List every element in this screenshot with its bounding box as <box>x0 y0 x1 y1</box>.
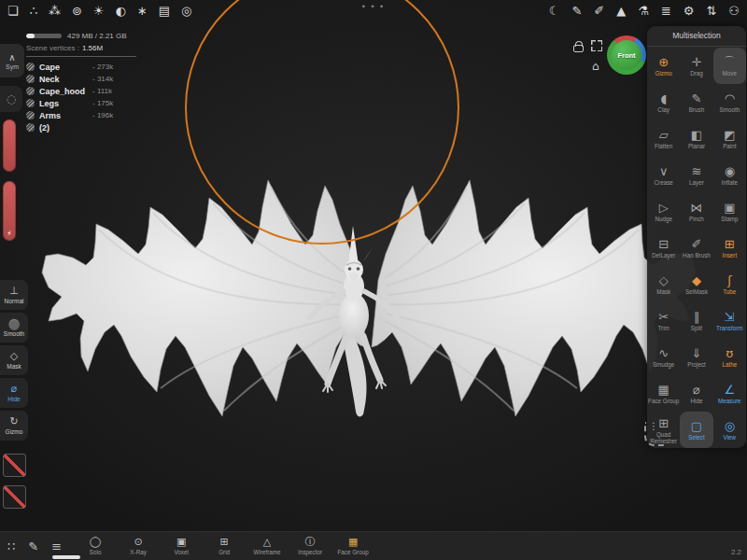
sliders-icon[interactable]: ⇅ <box>706 0 716 22</box>
facegroup-toggle[interactable]: ▦ Face Group <box>336 537 370 555</box>
more-options-dots[interactable]: • • • <box>362 0 385 13</box>
drag-dots-icon: ⋮ <box>649 422 658 431</box>
fullscreen-icon[interactable] <box>591 40 602 51</box>
tool-cell[interactable]: ⊕ Gizmo <box>647 48 680 84</box>
tool-cell[interactable]: ∿ Smudge <box>647 339 680 375</box>
solo-toggle[interactable]: ◯ Solo <box>78 537 112 555</box>
memory-text: 429 MB / 2.21 GB <box>67 32 127 40</box>
vertices-label: Scene vertices : <box>26 44 79 52</box>
falloff-button[interactable]: ◌ <box>0 86 22 112</box>
wireframe-toggle[interactable]: △ Wireframe <box>250 537 284 555</box>
tool-cell[interactable]: ◎ View <box>713 412 746 448</box>
tool-cell[interactable]: ▣ Stamp <box>713 193 746 230</box>
voxel-toggle[interactable]: ▣ Voxel <box>164 537 198 555</box>
background-image-icon[interactable]: ▤ <box>159 0 170 22</box>
layers-icon[interactable]: ≣ <box>661 0 671 22</box>
matcap-moon-icon[interactable]: ☾ <box>549 0 560 22</box>
grid-toggle[interactable]: ⊞ Grid <box>207 537 241 555</box>
memory-meter <box>26 34 62 38</box>
lighting-sun-icon[interactable]: ☀ <box>93 0 105 22</box>
left-tool-button[interactable]: ⊥ Normal <box>0 280 28 310</box>
environment-icon[interactable]: ⊚ <box>72 0 82 22</box>
tool-cell[interactable]: ◇ Mask <box>647 266 680 302</box>
material-sphere-icon[interactable]: ◐ <box>116 0 126 22</box>
scene-item[interactable]: Arms - 196k <box>26 109 136 121</box>
scene-item[interactable]: Neck - 314k <box>26 73 136 85</box>
collapsed-panel-indicator[interactable]: ⋮ <box>644 422 667 446</box>
objects-spheres-icon[interactable]: ⁂ <box>49 0 61 22</box>
scene-item[interactable]: (2) <box>26 121 136 133</box>
intensity-bolt-icon: ⚡ <box>3 230 16 238</box>
scene-item[interactable]: Legs - 175k <box>26 97 136 109</box>
tool-cell[interactable]: ⌒ Move <box>713 48 746 84</box>
tool-cell[interactable]: ∥ Split <box>680 302 712 339</box>
bottom-toolbar: ∷ ✎ ≡ ◯ Solo ⊙ X-Ray ▣ Voxe <box>0 531 747 560</box>
tool-cell[interactable]: ◩ Paint <box>713 120 746 157</box>
radius-slider[interactable] <box>3 119 16 172</box>
mesh-icon <box>26 99 35 107</box>
orientation-gizmo[interactable]: Front <box>607 35 646 75</box>
home-icon[interactable]: ⌂ <box>592 60 599 73</box>
tool-cell[interactable]: ▦ Face Group <box>647 375 680 412</box>
pencil-icon[interactable]: ✎ <box>28 539 38 553</box>
top-toolbar-left: ❏ ∴ ⁂ ⊚ ☀ ◐ ∗ ▤ ◎ <box>7 0 191 22</box>
camera-icon[interactable]: ◎ <box>181 0 191 22</box>
tool-cell[interactable]: ⇲ Transform <box>713 302 746 339</box>
left-tool-button[interactable]: ↻ Gizmo <box>0 411 28 441</box>
inspector-toggle[interactable]: ⓘ Inspector <box>293 537 327 555</box>
scene-graph-icon[interactable]: ∴ <box>30 0 37 22</box>
mesh-icon <box>26 123 35 132</box>
lab-flask-icon[interactable]: ⚗ <box>638 0 649 22</box>
tool-cell[interactable]: ⇓ Project <box>680 339 712 375</box>
tool-cell[interactable]: ≋ Layer <box>680 157 712 193</box>
stylus-icon[interactable]: ✐ <box>594 0 604 22</box>
tool-cell[interactable]: ◧ Planar <box>680 120 712 157</box>
tool-cell[interactable]: ✛ Drag <box>680 48 712 84</box>
intensity-slider[interactable]: ⚡ <box>3 181 16 241</box>
tool-cell[interactable]: ✎ Brush <box>680 84 712 120</box>
left-tool-shortcuts: ⊥ Normal ● Smooth ◇ Mask ⌀ Hide ↻ Gizmo <box>0 280 28 443</box>
tool-cell[interactable]: ⌀ Hide <box>680 375 712 412</box>
material-swatch[interactable] <box>3 485 26 509</box>
scene-item[interactable]: Cape - 273k <box>26 61 136 73</box>
color-swatch[interactable] <box>3 454 26 477</box>
tool-cell[interactable]: ◉ Inflate <box>713 157 746 193</box>
tool-cell[interactable]: ʊ Lathe <box>713 339 746 375</box>
prism-icon[interactable]: ▲ <box>616 0 626 22</box>
tool-cell[interactable]: ✐ Han Brush <box>680 230 712 266</box>
tool-cell[interactable]: ◖ Clay <box>647 84 680 120</box>
left-tool-button[interactable]: ◇ Mask <box>0 345 28 375</box>
tool-cell[interactable]: ✂ Trim <box>647 302 680 339</box>
mesh-icon <box>26 63 35 71</box>
tool-cell[interactable]: ▷ Nudge <box>647 193 680 230</box>
vertices-value: 1.56M <box>82 44 103 52</box>
pencil-icon[interactable]: ✎ <box>571 0 582 22</box>
xray-toggle[interactable]: ⊙ X-Ray <box>121 537 155 555</box>
settings-gear-icon[interactable]: ⚙ <box>684 0 695 22</box>
tool-cell[interactable]: ∠ Measure <box>713 375 746 412</box>
symmetry-button[interactable]: ∧ Sym <box>0 44 24 77</box>
symmetry-label: Sym <box>6 63 19 70</box>
left-tool-button[interactable]: ● Smooth <box>0 313 28 343</box>
tool-cell[interactable]: ∨ Crease <box>647 157 680 193</box>
tool-cell[interactable]: ◆ SelMask <box>680 266 712 302</box>
left-tool-button[interactable]: ⌀ Hide <box>0 378 28 408</box>
community-icon[interactable]: ⚇ <box>728 0 740 22</box>
scene-item[interactable]: Cape_hood - 111k <box>26 85 136 97</box>
tool-cell[interactable]: ▱ Flatten <box>647 120 680 157</box>
tool-cell[interactable]: ⋈ Pinch <box>680 193 712 230</box>
panel-title: Multiselection <box>647 26 746 47</box>
tool-cell[interactable]: ◠ Smooth <box>713 84 746 120</box>
nomad-sculpt-app: ❏ ∴ ⁂ ⊚ ☀ ◐ ∗ ▤ ◎ • • • ☾ ✎ <box>0 0 747 560</box>
drag-handle-icon[interactable]: ∷ <box>7 539 15 553</box>
lock-icon[interactable] <box>573 41 584 51</box>
tool-cell[interactable]: ▢ Select <box>680 412 712 448</box>
menu-list-icon[interactable]: ≡ <box>51 539 62 553</box>
tool-cell[interactable]: ⊟ DelLayer <box>647 230 680 266</box>
bottom-lead-icons: ∷ ✎ ≡ <box>7 539 62 553</box>
folder-icon[interactable]: ❏ <box>7 0 19 22</box>
tool-cell[interactable]: ⊞ Insert <box>713 230 746 266</box>
mesh-icon <box>26 75 35 83</box>
tool-cell[interactable]: ʃ Tube <box>713 266 746 302</box>
postprocess-icon[interactable]: ∗ <box>137 0 148 22</box>
